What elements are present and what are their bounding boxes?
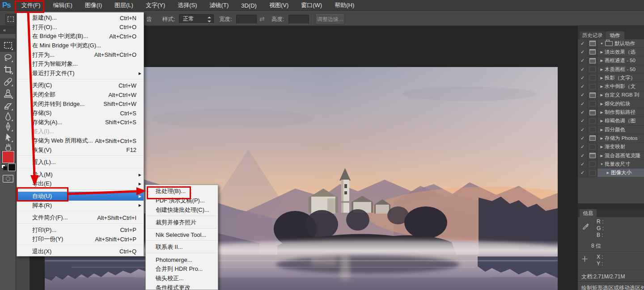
selection-arrow-tool-icon[interactable] [3,132,13,143]
action-check-icon[interactable]: ✓ [578,82,588,91]
menu-item-open-as-smart-object[interactable]: 打开为智能对象... [17,59,144,69]
menu-item-nik-selective-tool[interactable]: Nik Selective Tool... [146,230,218,240]
dialog-toggle-icon[interactable] [588,48,597,56]
action-check-icon[interactable]: ✓ [578,143,588,151]
tool-preset-icon[interactable] [5,14,16,25]
action-row-batch-resize[interactable]: ✓ ▼批量改尺寸 [578,160,644,168]
refine-edge-button[interactable]: 调整边缘... [315,14,345,25]
menu-view[interactable]: 视图(V) [263,0,295,11]
crop-tool-icon[interactable] [3,64,13,75]
action-row[interactable]: ✓ ▶四分颜色 [578,126,644,134]
expand-down-icon[interactable]: ▼ [599,162,605,166]
menu-3d[interactable]: 3D(D) [235,0,263,11]
menu-item-close[interactable]: 关闭(C)Ctrl+W [17,81,144,90]
expand-right-icon[interactable]: ▶ [599,76,605,80]
lasso-tool-icon[interactable] [3,52,13,63]
dialog-toggle-icon[interactable] [588,39,597,48]
background-color-swatch[interactable] [8,164,16,171]
dialog-toggle-icon[interactable] [588,168,597,177]
action-check-icon[interactable]: ✓ [578,65,588,74]
menu-item-print[interactable]: 打印(P)...Ctrl+P [17,225,144,235]
menu-item-revert[interactable]: 恢复(V)F12 [17,145,144,155]
action-check-icon[interactable]: ✓ [578,57,588,65]
menu-item-lens-correction[interactable]: 镜头校正... [146,273,218,283]
menu-help[interactable]: 帮助(H) [328,0,360,11]
expand-right-icon[interactable]: ▶ [599,102,605,106]
menu-window[interactable]: 窗口(W) [295,0,328,11]
quick-mask-icon[interactable] [2,174,14,183]
menu-image[interactable]: 图像(I) [79,0,108,11]
dialog-toggle-icon[interactable] [588,82,597,91]
dialog-toggle-icon[interactable] [588,160,597,168]
action-check-icon[interactable]: ✓ [578,160,588,168]
menu-filter[interactable]: 滤镜(T) [203,0,235,11]
menu-item-open-recent[interactable]: 最近打开文件(T)▶ [17,69,144,78]
action-check-icon[interactable]: ✓ [578,100,588,108]
menu-item-browse-in-mini-bridge[interactable]: 在 Mini Bridge 中浏览(G)... [17,41,144,50]
menu-item-contact-sheet[interactable]: 联系表 II... [146,243,218,252]
menu-item-print-one-copy[interactable]: 打印一份(Y)Alt+Shift+Ctrl+P [17,235,144,244]
expand-right-icon[interactable]: ▶ [599,110,605,114]
menu-item-scripts[interactable]: 脚本(R)▶ [17,201,144,210]
menu-select[interactable]: 选择(S) [171,0,203,11]
menu-item-file-info[interactable]: 文件简介(F)...Alt+Shift+Ctrl+I [17,213,144,223]
menu-item-photomerge[interactable]: Photomerge... [146,255,218,265]
action-row[interactable]: ✓ ▶混合器画笔克隆 [578,151,644,160]
expand-right-icon[interactable]: ▶ [599,67,605,71]
menu-item-conditional-mode-change[interactable]: 条件模式更改 [146,283,218,290]
menu-item-new[interactable]: 新建(N)...Ctrl+N [17,13,144,23]
expand-right-icon[interactable]: ▶ [605,171,611,175]
action-row[interactable]: ✓ ▶熔化的铅块 [578,100,644,108]
menu-item-crop-and-straighten[interactable]: 裁剪并修齐照片 [146,218,218,227]
expand-right-icon[interactable]: ▶ [599,145,605,149]
action-row[interactable]: ✓ ▶制作剪贴路径 [578,108,644,117]
dialog-toggle-icon[interactable] [588,100,597,108]
action-check-icon[interactable]: ✓ [578,117,588,126]
action-check-icon[interactable]: ✓ [578,91,588,100]
menu-item-import[interactable]: 导入(M)▶ [17,170,144,180]
action-row[interactable]: ✓ ▶存储为 Photos [578,134,644,143]
action-check-icon[interactable]: ✓ [578,151,588,160]
action-row[interactable]: ✓ ▶水中倒影（文 [578,82,644,91]
action-check-icon[interactable]: ✓ [578,168,588,177]
action-check-icon[interactable]: ✓ [578,126,588,134]
marquee-tool-icon[interactable] [3,40,13,51]
clone-stamp-tool-icon[interactable] [3,88,13,99]
menu-item-export[interactable]: 导出(E)▶ [17,179,144,189]
action-check-icon[interactable]: ✓ [578,74,588,82]
menu-item-save-as[interactable]: 存储为(A)...Shift+Ctrl+S [17,118,144,127]
swap-dimensions-icon[interactable]: ⇄ [259,15,265,22]
menu-edit[interactable]: 编辑(E) [47,0,78,11]
tab-actions[interactable]: 动作 [606,31,624,39]
menu-item-open-as[interactable]: 打开为...Alt+Shift+Ctrl+O [17,50,144,59]
menu-item-merge-to-hdr[interactable]: 合并到 HDR Pro... [146,265,218,274]
menu-item-exit[interactable]: 退出(X)Ctrl+Q [17,247,144,256]
dialog-toggle-icon[interactable] [588,134,597,143]
style-dropdown[interactable]: 正常 [179,14,214,24]
menu-item-browse-in-bridge[interactable]: 在 Bridge 中浏览(B)...Alt+Ctrl+O [17,32,144,41]
width-input[interactable] [236,15,257,24]
action-row[interactable]: ✓ ▶淡出效果（选 [578,48,644,56]
menu-type[interactable]: 文字(Y) [140,0,171,11]
expand-right-icon[interactable]: ▶ [599,50,605,54]
expand-right-icon[interactable]: ▶ [599,154,605,158]
action-row[interactable]: ✓ ▶木质画框 - 50 [578,65,644,74]
action-check-icon[interactable]: ✓ [578,39,588,48]
eraser-tool-icon[interactable] [3,101,13,111]
menu-item-close-all[interactable]: 关闭全部Alt+Ctrl+W [17,90,144,100]
action-row[interactable]: ✓ ▶渐变映射 [578,143,644,151]
menu-item-save-for-web[interactable]: 存储为 Web 所用格式...Alt+Shift+Ctrl+S [17,136,144,146]
dialog-toggle-icon[interactable] [588,91,597,100]
action-row-image-size-selected[interactable]: ✓ ▶图像大小 [578,168,644,177]
expand-right-icon[interactable]: ▶ [599,136,605,140]
action-row[interactable]: ✓ ▶画框通道 - 50 [578,57,644,65]
foreground-color-swatch[interactable] [2,151,14,163]
action-check-icon[interactable]: ✓ [578,134,588,143]
dialog-toggle-icon[interactable] [588,151,597,160]
dialog-toggle-icon[interactable] [588,126,597,134]
dialog-toggle-icon[interactable] [588,74,597,82]
tab-history[interactable]: 历史记录 [580,31,605,39]
expand-right-icon[interactable]: ▶ [599,119,605,123]
pen-tool-icon[interactable] [3,122,13,132]
expand-down-icon[interactable]: ▼ [599,42,605,46]
